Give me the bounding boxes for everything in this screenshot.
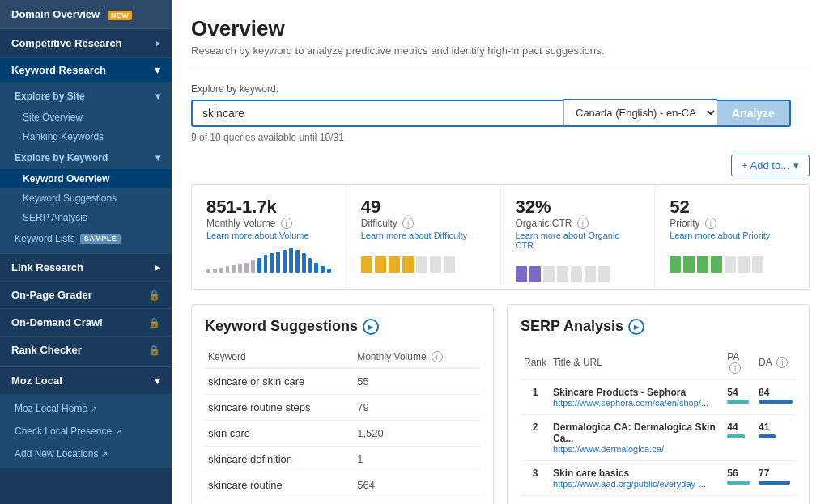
explore-by-site-label: Explore by Site [15, 91, 85, 102]
serp-pa: 44 [724, 415, 755, 461]
table-row[interactable]: skin care 1,520 [205, 421, 480, 447]
ctr-link[interactable]: Learn more about Organic CTR [516, 231, 640, 250]
table-row[interactable]: 3 Skin care basics https://www.aad.org/p… [521, 461, 796, 496]
col-title-url: Title & URL [550, 346, 724, 379]
kw-volume: 55 [354, 368, 480, 395]
volume-value: 851-1.7k [206, 197, 331, 218]
external-link-icon-3: ↗ [101, 450, 108, 459]
analyze-button[interactable]: Analyze [717, 100, 791, 127]
panels-row: Keyword Suggestions ► Keyword Monthly Vo… [191, 304, 810, 504]
add-to-row: + Add to... ▾ [191, 155, 810, 176]
volume-info-icon[interactable]: i [281, 218, 292, 229]
sidebar-item-domain-overview[interactable]: Domain Overview NEW [0, 0, 172, 29]
serp-rank: 2 [521, 415, 550, 461]
col-volume: Monthly Volume i [354, 346, 480, 368]
moz-local-label: Moz Local [11, 375, 62, 387]
main-content: Overview Research by keyword to analyze … [172, 0, 829, 504]
explore-by-keyword-label: Explore by Keyword [15, 152, 108, 163]
priority-link[interactable]: Learn more about Priority [670, 231, 794, 240]
moz-local-subnav: Moz Local Home ↗ Check Local Presence ↗ … [0, 394, 172, 468]
kw-keyword: skincare or skin care [205, 368, 354, 395]
sidebar-item-explore-by-site[interactable]: Explore by Site ▾ [0, 85, 172, 108]
col-keyword: Keyword [205, 346, 354, 368]
table-row[interactable]: skincare or skin care 55 [205, 368, 480, 395]
kw-keyword: skincare definition [205, 447, 354, 472]
kw-keyword: skin care [205, 421, 354, 447]
difficulty-info-icon[interactable]: i [402, 218, 414, 229]
table-row[interactable]: skincare definition 1 [205, 447, 480, 472]
chevron-down-icon-kw: ▾ [155, 152, 160, 163]
volume-label: Monthly Volume i [206, 218, 331, 229]
sidebar-item-keyword-lists[interactable]: Keyword Lists SAMPLE [0, 227, 172, 250]
sidebar-domain-overview-label: Domain Overview [11, 8, 100, 20]
search-input[interactable] [191, 100, 563, 127]
serp-da: 77 [755, 461, 796, 496]
metric-difficulty: 49 Difficulty i Learn more about Difficu… [346, 185, 501, 289]
sidebar-item-ranking-keywords[interactable]: Ranking Keywords [0, 127, 172, 146]
sidebar-item-keyword-overview[interactable]: Keyword Overview [0, 169, 172, 188]
on-demand-crawl-label: On-Demand Crawl [11, 316, 103, 328]
new-badge: NEW [108, 11, 133, 20]
sidebar-item-moz-local-home[interactable]: Moz Local Home ↗ [0, 397, 172, 420]
sidebar-item-rank-checker[interactable]: Rank Checker 🔒 [0, 336, 172, 363]
sidebar-item-explore-by-keyword[interactable]: Explore by Keyword ▾ [0, 146, 172, 169]
keyword-suggestions-panel: Keyword Suggestions ► Keyword Monthly Vo… [191, 304, 494, 504]
sidebar: Domain Overview NEW Competitive Research… [0, 0, 172, 504]
lock-icon-rank: 🔒 [148, 345, 160, 356]
add-to-button[interactable]: + Add to... ▾ [731, 155, 810, 176]
sidebar-item-keyword-research[interactable]: Keyword Research ▾ [0, 58, 172, 82]
sidebar-item-on-demand-crawl[interactable]: On-Demand Crawl 🔒 [0, 308, 172, 336]
difficulty-link[interactable]: Learn more about Difficulty [361, 231, 486, 240]
volume-bars [206, 247, 331, 273]
ctr-info-icon[interactable]: i [577, 218, 589, 229]
keyword-lists-label: Keyword Lists [15, 233, 75, 244]
ctr-value: 32% [516, 197, 640, 218]
col-pa: PA i [724, 346, 755, 379]
sidebar-item-check-local-presence[interactable]: Check Local Presence ↗ [0, 420, 172, 443]
table-row[interactable]: skincare routine steps 79 [205, 395, 480, 421]
sidebar-item-site-overview[interactable]: Site Overview [0, 108, 172, 127]
serp-title-url: Dermalogica CA: Dermalogica Skin Ca... h… [550, 415, 724, 461]
ctr-label: Organic CTR i [516, 218, 640, 229]
pa-info-icon[interactable]: i [729, 362, 741, 374]
table-row[interactable]: skincare routine 564 [205, 472, 480, 498]
serp-analysis-title: SERP Analysis ► [521, 318, 796, 335]
kw-volume: 79 [354, 395, 480, 421]
sidebar-item-serp-analysis[interactable]: SERP Analysis [0, 208, 172, 227]
difficulty-value: 49 [361, 197, 486, 218]
keyword-suggestions-nav-icon[interactable]: ► [363, 319, 379, 335]
serp-analysis-nav-icon[interactable]: ► [628, 319, 644, 335]
queries-info: 9 of 10 queries available until 10/31 [191, 132, 810, 143]
sidebar-item-add-new-locations[interactable]: Add New Locations ↗ [0, 443, 172, 465]
difficulty-bars [361, 247, 486, 273]
table-row[interactable]: 1 Skincare Products - Sephora https://ww… [521, 379, 796, 415]
sidebar-item-keyword-suggestions[interactable]: Keyword Suggestions [0, 188, 172, 208]
serp-pa: 54 [724, 379, 755, 415]
sidebar-item-moz-local[interactable]: Moz Local ▾ [0, 366, 172, 394]
chevron-down-icon-moz: ▾ [155, 375, 160, 387]
keyword-suggestions-title: Keyword Suggestions ► [205, 318, 480, 335]
chevron-down-icon: ▾ [155, 64, 160, 76]
kw-keyword: skincare routine steps [205, 395, 354, 421]
sidebar-item-link-research[interactable]: Link Research ▸ [0, 253, 172, 281]
metrics-row: 851-1.7k Monthly Volume i Learn more abo… [191, 184, 810, 290]
header-divider [191, 70, 810, 70]
da-info-icon[interactable]: i [776, 357, 788, 368]
serp-rank: 1 [521, 379, 550, 415]
volume-link[interactable]: Learn more about Volume [206, 231, 331, 240]
table-row[interactable]: 2 Dermalogica CA: Dermalogica Skin Ca...… [521, 415, 796, 461]
kw-keyword: skincare routine [205, 472, 354, 498]
volume-col-info-icon[interactable]: i [432, 351, 443, 362]
serp-analysis-table: Rank Title & URL PA i DA i [521, 346, 796, 496]
rank-checker-label: Rank Checker [11, 344, 82, 356]
sidebar-item-competitive-research[interactable]: Competitive Research ▸ [0, 29, 172, 58]
external-link-icon-2: ↗ [115, 427, 121, 436]
priority-info-icon[interactable]: i [705, 218, 716, 229]
locale-select[interactable]: Canada (English) - en-CA [563, 99, 717, 127]
sidebar-item-on-page-grader[interactable]: On-Page Grader 🔒 [0, 281, 172, 308]
sample-badge: SAMPLE [80, 234, 121, 244]
chevron-right-icon-link: ▸ [155, 261, 160, 273]
serp-da: 84 [755, 379, 796, 415]
serp-analysis-panel: SERP Analysis ► Rank Title & URL PA i [507, 304, 810, 504]
chevron-down-icon-site: ▾ [155, 91, 160, 102]
